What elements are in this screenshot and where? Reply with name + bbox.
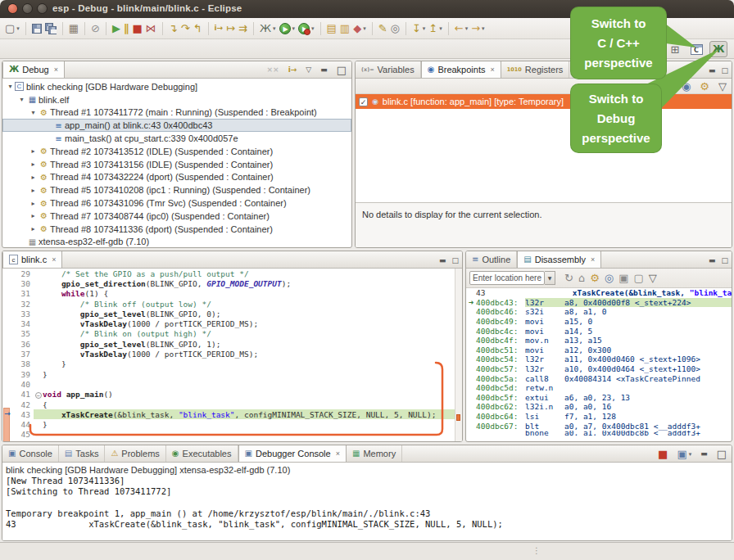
debug-tree[interactable]: ▾Cblink checking [GDB Hardware Debugging… — [2, 79, 351, 248]
open-perspective-button[interactable]: ⊞ — [666, 41, 684, 57]
dropdown-caret-icon[interactable]: ▾ — [311, 25, 315, 32]
disassembly-row[interactable]: 400dbc5a:call80x40084314 <xTaskCreatePin… — [466, 373, 732, 383]
dropdown-caret-icon[interactable]: ▾ — [292, 25, 296, 32]
minimize-button[interactable]: ▬ — [699, 447, 709, 461]
disassembly-row[interactable]: 400dbc67:blta0, a7, 0x400dbc81 <__adddf3… — [466, 421, 732, 431]
terminate-console-button[interactable]: ■ — [656, 447, 669, 461]
display-console-button[interactable]: ▣▾ — [675, 447, 693, 461]
dropdown-caret-icon[interactable]: ▾ — [423, 25, 426, 32]
twist-icon[interactable]: ▸ — [29, 200, 38, 207]
sash-handle[interactable]: ⋮ — [532, 546, 541, 555]
twist-icon[interactable]: ▸ — [29, 212, 38, 219]
close-icon[interactable]: × — [54, 65, 58, 74]
editor-line[interactable]: →43 xTaskCreate(&blink_task, "blink_task… — [2, 409, 462, 419]
annotation-ruler-cell[interactable] — [2, 359, 12, 369]
forward-button[interactable]: →▾ — [469, 21, 486, 35]
suspend-button[interactable]: ∥ — [122, 21, 131, 35]
annotation-ruler-cell[interactable] — [2, 289, 12, 299]
console-output[interactable]: blink checking [GDB Hardware Debugging] … — [2, 463, 732, 540]
editor-line[interactable]: 29 /* Set the GPIO as a push/pull output… — [2, 269, 462, 278]
run-menu-button[interactable]: ▶▾ — [278, 22, 297, 35]
step-into-button[interactable]: ↴ — [167, 21, 179, 35]
format-button[interactable]: ✎ — [377, 21, 389, 35]
editor-line[interactable]: 45 — [2, 430, 462, 440]
pin-view-button[interactable]: ▢ — [632, 271, 645, 285]
minimize-icon[interactable]: ▬ — [709, 256, 716, 264]
disassembly-row[interactable]: 400dbc54:l32ra11, 0x400d0460 <_stext+109… — [466, 355, 732, 364]
disassembly-row[interactable]: 400dbc4f:mov.na13, a15 — [466, 336, 732, 345]
disconnect-button[interactable]: ⋈ — [144, 21, 158, 35]
step-over-button[interactable]: ↷ — [179, 21, 192, 35]
show-full-paths-toggle[interactable]: ◉ — [680, 79, 692, 93]
disassembly-row[interactable]: 400dbc51:movia12, 0x300 — [466, 345, 732, 355]
disassembly-row[interactable]: 400dbc46:s32ia8, a1, 0 — [466, 307, 732, 317]
fold-collapse-icon[interactable]: − — [35, 392, 42, 399]
maximize-icon[interactable]: □ — [721, 256, 728, 264]
link-with-debug-toggle[interactable]: ⚙ — [698, 79, 711, 93]
minimize-button[interactable]: ▬ — [319, 63, 329, 77]
step-return-button[interactable]: ↰ — [192, 21, 204, 35]
resume-button[interactable]: ▶ — [111, 21, 122, 35]
disassembly-listing[interactable]: 43 xTaskCreate(&blink_task, "blink_tas➜4… — [466, 288, 732, 436]
tab-breakpoints[interactable]: ◉Breakpoints× — [421, 61, 501, 78]
dropdown-caret-icon[interactable]: ▾ — [16, 25, 20, 32]
tab-console[interactable]: ▣Console — [2, 445, 59, 462]
dropdown-caret-icon[interactable]: ▾ — [363, 25, 366, 32]
disassembly-row[interactable]: 400dbc5f:extuia6, a0, 23, 13 — [466, 393, 732, 403]
twist-icon[interactable]: ▾ — [29, 109, 38, 116]
close-icon[interactable]: × — [52, 255, 56, 264]
debug-menu-button[interactable]: Ж▾ — [258, 21, 278, 35]
step-mode-button[interactable]: ⇉ — [237, 21, 249, 35]
debug-tree-row[interactable]: ≡app_main() at blink.c:43 0x400dbc43 — [2, 119, 351, 132]
instruction-stepping-button[interactable]: i→ — [213, 21, 225, 35]
debug-perspective-button[interactable]: Ж — [709, 41, 727, 57]
maximize-icon[interactable]: □ — [451, 256, 459, 264]
editor-line[interactable]: 36 gpio_set_level(BLINK_GPIO, 1); — [2, 339, 462, 349]
annotation-ruler-cell[interactable] — [2, 369, 12, 379]
disassembly-row[interactable]: 400dbc62:l32i.na0, a0, 16 — [466, 402, 732, 412]
sync-selection-toggle[interactable]: ◎ — [603, 271, 615, 285]
annotation-ruler-cell[interactable] — [2, 419, 12, 429]
close-icon[interactable]: × — [336, 449, 340, 458]
maximize-button[interactable]: □ — [715, 447, 728, 461]
next-annotation-button[interactable]: ↧▾ — [410, 21, 427, 35]
save-all-button[interactable] — [43, 22, 58, 35]
view-menu-button[interactable]: ▽ — [647, 271, 659, 285]
refresh-button[interactable]: ↻ — [563, 271, 575, 285]
editor-line[interactable]: 30 gpio_set_direction(BLINK_GPIO, GPIO_M… — [2, 278, 462, 288]
back-button[interactable]: ←▾ — [453, 21, 469, 35]
tab-debugger-console[interactable]: ▣Debugger Console× — [238, 445, 347, 462]
debug-tree-row[interactable]: ▸⚙Thread #7 1073408744 (ipc0) (Suspended… — [2, 210, 351, 223]
close-icon[interactable]: × — [591, 255, 595, 264]
editor-line[interactable]: 39} — [2, 369, 462, 379]
editor-line[interactable]: 32 /* Blink off (output low) */ — [2, 299, 462, 309]
remove-terminated-button[interactable]: ×× — [265, 63, 281, 77]
disassembly-row[interactable]: ➜400dbc43:l32ra8, 0x400d00f8 <_stext+224… — [466, 298, 732, 308]
dropdown-caret-icon[interactable]: ▾ — [439, 25, 442, 32]
new-view-button[interactable]: ▣ — [617, 271, 630, 285]
editor-line[interactable]: 34 vTaskDelay(1000 / portTICK_PERIOD_MS)… — [2, 318, 462, 328]
maximize-icon[interactable]: □ — [721, 66, 728, 75]
terminate-button[interactable]: ■ — [131, 21, 144, 35]
dropdown-caret-icon[interactable]: ▾ — [273, 25, 276, 32]
annotation-ruler-cell[interactable] — [2, 329, 12, 339]
twist-icon[interactable]: ▸ — [29, 160, 38, 168]
external-tools-button[interactable]: ▶▾ — [297, 22, 316, 35]
view-menu-button[interactable]: ▽ — [304, 63, 313, 77]
editor-line[interactable]: 38 } — [2, 359, 462, 369]
disassembly-row[interactable]: 400dbc57:l32ra10, 0x400d0464 <_stext+110… — [466, 364, 732, 374]
flash-target-button[interactable]: ◆▾ — [351, 21, 368, 35]
debug-tree-row[interactable]: ▦xtensa-esp32-elf-gdb (7.10) — [2, 236, 351, 248]
debug-tree-row[interactable]: ▸⚙Thread #5 1073410208 (ipc1 : Running) … — [2, 183, 351, 196]
new-cpp-item-button[interactable]: ▤ — [325, 21, 338, 35]
disassembly-row[interactable]: 400dbc5d:retw.n — [466, 383, 732, 393]
close-icon[interactable]: × — [490, 65, 494, 74]
editor-line[interactable]: 35 /* Blink on (output high) */ — [2, 329, 462, 339]
view-menu-button[interactable]: ▽ — [717, 79, 728, 93]
follow-pc-toggle[interactable]: ⚙ — [588, 271, 601, 285]
debug-tree-row[interactable]: ▸⚙Thread #8 1073411336 (dport) (Suspende… — [2, 223, 351, 236]
instruction-step-toggle[interactable]: i→ — [287, 63, 299, 77]
annotation-ruler-cell[interactable] — [2, 339, 12, 349]
home-button[interactable]: ⌂ — [577, 271, 587, 285]
maximize-button[interactable]: □ — [335, 63, 348, 77]
